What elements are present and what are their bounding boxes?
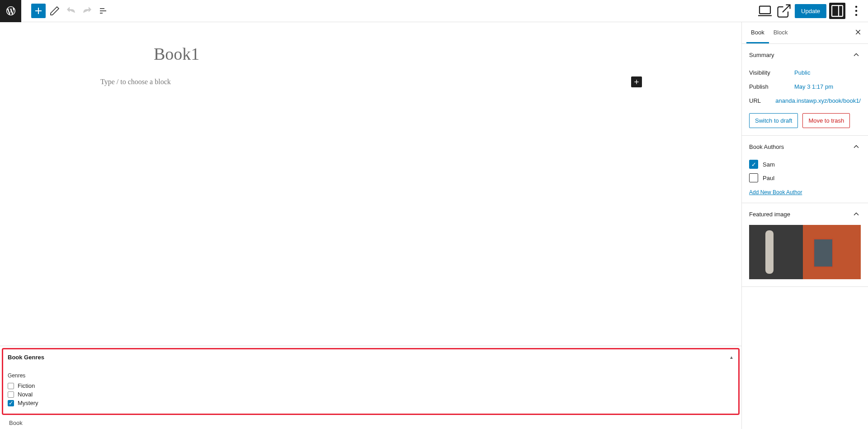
app-root: Update Book1 Type / to choose a block xyxy=(0,0,868,429)
sidebar-icon xyxy=(829,3,845,19)
row-label: Publish xyxy=(749,83,794,90)
toolbar-left xyxy=(0,0,111,22)
chevron-up-icon xyxy=(852,142,861,151)
breadcrumb-footer[interactable]: Book xyxy=(0,417,741,429)
empty-block-row: Type / to choose a block xyxy=(100,76,714,87)
publish-value[interactable]: May 3 1:17 pm xyxy=(794,83,861,90)
preview-desktop-button[interactable] xyxy=(757,3,773,19)
settings-sidebar: Book Block Summary Visibility Public xyxy=(741,22,868,429)
close-sidebar-button[interactable] xyxy=(853,26,863,40)
view-post-button[interactable] xyxy=(776,3,792,19)
svg-point-12 xyxy=(855,14,858,16)
image-left-part xyxy=(749,225,803,279)
wordpress-icon xyxy=(5,5,16,16)
genre-label: Fiction xyxy=(18,382,35,389)
top-toolbar: Update xyxy=(0,0,868,22)
visibility-value[interactable]: Public xyxy=(794,69,861,76)
summary-panel-body: Visibility Public Publish May 3 1:17 pm … xyxy=(742,66,868,135)
svg-rect-5 xyxy=(760,6,770,14)
tab-block[interactable]: Block xyxy=(769,23,793,43)
switch-to-draft-button[interactable]: Switch to draft xyxy=(749,113,798,128)
author-name: Paul xyxy=(763,175,774,181)
authors-panel-header[interactable]: Book Authors xyxy=(742,136,868,157)
url-value[interactable]: ananda.instawp.xyz/book/book1/ xyxy=(775,97,861,104)
genre-row[interactable]: Fiction xyxy=(8,381,734,390)
row-label: URL xyxy=(749,97,775,104)
featured-panel-header[interactable]: Featured image xyxy=(742,203,868,225)
chevron-up-icon xyxy=(852,210,861,219)
plus-icon xyxy=(33,5,44,16)
svg-line-7 xyxy=(783,5,790,13)
list-icon xyxy=(98,5,109,16)
post-title[interactable]: Book1 xyxy=(154,44,714,64)
pencil-icon xyxy=(49,5,60,16)
authors-panel-body: ✓ Sam Paul Add New Book Author xyxy=(742,157,868,203)
checkbox[interactable]: ✓ xyxy=(749,160,758,169)
add-author-link[interactable]: Add New Book Author xyxy=(749,189,802,195)
visibility-row: Visibility Public xyxy=(749,66,861,80)
author-row[interactable]: ✓ Sam xyxy=(749,157,861,171)
meta-boxes-area: Book Genres ▲ Genres Fiction Noval ✓ M xyxy=(0,346,741,429)
row-label: Visibility xyxy=(749,69,794,76)
panel-title: Book Authors xyxy=(749,143,784,150)
external-link-icon xyxy=(776,3,792,19)
add-block-button[interactable] xyxy=(31,4,46,18)
edit-mode-button[interactable] xyxy=(47,4,62,18)
summary-panel-header[interactable]: Summary xyxy=(742,44,868,66)
toolbar-right: Update xyxy=(757,3,864,19)
kebab-icon xyxy=(848,3,864,19)
editor-canvas: Book1 Type / to choose a block xyxy=(0,22,741,109)
author-row[interactable]: Paul xyxy=(749,171,861,185)
summary-actions: Switch to draft Move to trash xyxy=(749,113,861,128)
main-area: Book1 Type / to choose a block Book Genr… xyxy=(0,22,868,429)
metabox-title: Book Genres xyxy=(8,354,44,361)
book-authors-panel: Book Authors ✓ Sam Paul Add New Book Aut… xyxy=(742,136,868,203)
svg-point-10 xyxy=(855,6,858,8)
redo-icon xyxy=(82,5,93,16)
document-overview-button[interactable] xyxy=(96,4,111,18)
panel-title: Featured image xyxy=(749,211,790,218)
tab-book[interactable]: Book xyxy=(746,23,769,43)
update-button[interactable]: Update xyxy=(795,4,826,18)
panel-title: Summary xyxy=(749,52,774,58)
redo-button[interactable] xyxy=(80,4,94,18)
laptop-icon xyxy=(757,3,773,19)
close-icon xyxy=(854,29,862,36)
undo-button[interactable] xyxy=(64,4,78,18)
svg-point-11 xyxy=(855,10,858,12)
checkbox[interactable] xyxy=(8,383,14,389)
chevron-up-icon xyxy=(852,50,861,59)
checkbox[interactable] xyxy=(749,173,758,182)
featured-image-thumbnail[interactable] xyxy=(749,225,861,279)
image-right-part xyxy=(803,225,861,279)
summary-panel: Summary Visibility Public Publish May 3 … xyxy=(742,44,868,136)
settings-sidebar-toggle[interactable] xyxy=(829,3,845,19)
options-button[interactable] xyxy=(848,3,864,19)
metabox-header[interactable]: Book Genres ▲ xyxy=(8,354,734,363)
publish-row: Publish May 3 1:17 pm xyxy=(749,80,861,94)
metabox-subtitle: Genres xyxy=(8,372,734,379)
canvas-spacer xyxy=(0,109,741,346)
svg-rect-8 xyxy=(832,5,843,16)
genre-label: Mystery xyxy=(18,400,38,406)
book-genres-metabox: Book Genres ▲ Genres Fiction Noval ✓ M xyxy=(2,348,740,415)
editor-canvas-wrap: Book1 Type / to choose a block Book Genr… xyxy=(0,22,741,429)
sidebar-tabs: Book Block xyxy=(742,22,868,44)
wordpress-logo-button[interactable] xyxy=(0,0,21,22)
add-block-inline-button[interactable] xyxy=(631,76,642,87)
checkbox[interactable]: ✓ xyxy=(8,400,14,406)
plus-icon xyxy=(633,78,640,86)
author-name: Sam xyxy=(763,161,775,168)
url-row: URL ananda.instawp.xyz/book/book1/ xyxy=(749,94,861,108)
featured-image-panel: Featured image xyxy=(742,203,868,287)
undo-icon xyxy=(66,5,76,16)
collapse-icon: ▲ xyxy=(729,355,734,360)
move-to-trash-button[interactable]: Move to trash xyxy=(802,113,850,128)
genre-row[interactable]: ✓ Mystery xyxy=(8,399,734,407)
checkbox[interactable] xyxy=(8,391,14,398)
block-placeholder[interactable]: Type / to choose a block xyxy=(100,78,631,86)
genre-row[interactable]: Noval xyxy=(8,390,734,399)
genre-label: Noval xyxy=(18,391,33,398)
